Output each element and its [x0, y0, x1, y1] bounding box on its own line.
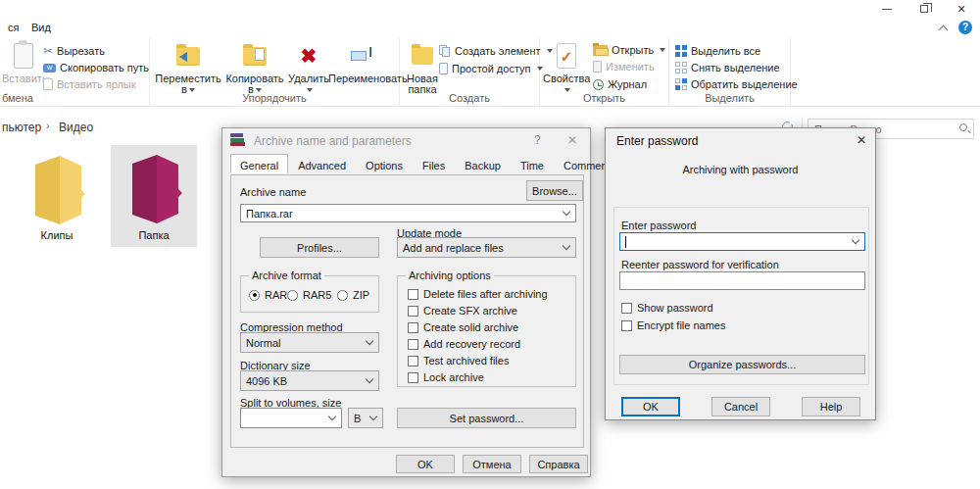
- winrar-help-icon[interactable]: ?: [534, 133, 541, 147]
- breadcrumb-computer[interactable]: пьютер: [2, 121, 41, 134]
- path-icon: W: [43, 64, 56, 73]
- password-ok-button[interactable]: OK: [621, 397, 680, 416]
- close-button[interactable]: ✕: [943, 0, 980, 18]
- radio-rar5[interactable]: RAR5: [287, 289, 331, 301]
- edit-button[interactable]: Изменить: [593, 60, 655, 73]
- properties-button[interactable]: ✓ Свойства: [543, 41, 590, 95]
- clipboard-icon: [14, 43, 33, 69]
- tab-backup[interactable]: Backup: [455, 156, 511, 175]
- checkbox-icon: [408, 372, 418, 383]
- ribbon-group-clipboard: Вставить ✂ Вырезать W Скопировать путь В…: [0, 37, 150, 106]
- profiles-button[interactable]: Profiles...: [260, 237, 379, 258]
- help-icon[interactable]: ?: [958, 21, 972, 34]
- reenter-password-input[interactable]: [619, 271, 865, 290]
- winrar-cancel-button[interactable]: Отмена: [463, 455, 521, 473]
- tab-general[interactable]: General: [230, 154, 288, 173]
- copy-path-button[interactable]: W Скопировать путь: [43, 61, 149, 74]
- winrar-help-button[interactable]: Справка: [529, 455, 588, 473]
- password-close-icon[interactable]: ✕: [857, 133, 866, 147]
- clipboard-small-icon: [43, 78, 53, 90]
- ribbon-group-select: Выделить все Снять выделение Обратить вы…: [669, 37, 791, 106]
- breadcrumb-separator: ›: [46, 120, 50, 131]
- select-all-button[interactable]: Выделить все: [675, 44, 760, 58]
- paste-button[interactable]: Вставить: [2, 41, 45, 84]
- winrar-dialog: Archive name and parameters ? ✕ General …: [221, 127, 591, 477]
- explorer-titlebar: ✕: [0, 0, 980, 18]
- new-folder-icon: [412, 47, 433, 65]
- password-subtitle: Archiving with password: [606, 164, 875, 175]
- checkbox-icon: [621, 320, 632, 331]
- tab-files[interactable]: Files: [413, 156, 455, 175]
- minimize-button[interactable]: [868, 0, 906, 18]
- checkbox-create-sfx[interactable]: Create SFX archive: [408, 305, 517, 317]
- open-button[interactable]: Открыть: [593, 43, 665, 57]
- collapse-ribbon-icon[interactable]: [939, 25, 949, 35]
- radio-icon: [249, 290, 260, 301]
- archive-name-combobox[interactable]: Папка.rar: [240, 204, 576, 222]
- winrar-titlebar[interactable]: Archive name and parameters ? ✕: [222, 128, 590, 152]
- dictionary-combobox[interactable]: 4096 KB: [240, 370, 379, 391]
- checkbox-delete-files[interactable]: Delete files after archiving: [408, 288, 548, 300]
- breadcrumb-video[interactable]: Видео: [59, 121, 93, 134]
- checkbox-show-password[interactable]: Show password: [621, 302, 713, 314]
- archiving-options-label: Archiving options: [406, 269, 494, 281]
- copy-to-folder-icon: [243, 47, 267, 66]
- easy-access-button[interactable]: Простой доступ: [439, 62, 543, 75]
- paste-shortcut-button[interactable]: Вставить ярлык: [43, 77, 136, 91]
- move-to-button[interactable]: Переместить в: [155, 41, 221, 95]
- checkbox-icon: [408, 322, 418, 333]
- tab-options[interactable]: Options: [356, 156, 413, 175]
- tab-time[interactable]: Time: [511, 156, 554, 175]
- checkbox-lock-archive[interactable]: Lock archive: [408, 371, 484, 383]
- folder-tile-klipy[interactable]: Клипы: [12, 147, 102, 247]
- checkbox-test-files[interactable]: Test archived files: [408, 355, 509, 367]
- split-volumes-combobox[interactable]: [240, 408, 342, 428]
- rename-button[interactable]: I Переименовать: [328, 41, 399, 84]
- checkbox-encrypt-names[interactable]: Encrypt file names: [621, 319, 725, 331]
- password-titlebar[interactable]: Enter password ✕: [606, 128, 875, 152]
- split-unit-combobox[interactable]: B: [348, 408, 383, 428]
- archiving-options-group: Archiving options Delete files after arc…: [397, 275, 576, 387]
- radio-zip[interactable]: ZIP: [337, 289, 369, 301]
- cut-button[interactable]: ✂ Вырезать: [43, 44, 105, 58]
- maximize-button[interactable]: [906, 0, 943, 18]
- select-all-icon: [675, 45, 687, 57]
- delete-icon: ✖: [301, 46, 318, 66]
- radio-icon: [287, 290, 298, 301]
- new-item-button[interactable]: Создать элемент: [439, 44, 553, 58]
- winrar-icon: [230, 133, 247, 147]
- new-folder-button[interactable]: Новая папка: [403, 41, 442, 95]
- set-password-button[interactable]: Set password...: [397, 408, 576, 428]
- invert-selection-button[interactable]: Обратить выделение: [675, 77, 798, 91]
- delete-button[interactable]: ✖ Удалить: [285, 41, 332, 95]
- ribbon-group-create: Новая папка Создать элемент Простой дост…: [400, 37, 540, 106]
- radio-rar[interactable]: RAR: [249, 289, 287, 301]
- edit-icon: [593, 61, 602, 73]
- history-clock-icon: [593, 79, 604, 90]
- archive-format-group: Archive format RAR RAR5 ZIP: [240, 275, 379, 313]
- chevron-down-icon: [366, 374, 373, 382]
- organize-passwords-button[interactable]: Organize passwords...: [619, 355, 865, 374]
- text-cursor: [625, 236, 626, 248]
- copy-to-button[interactable]: Копировать в: [222, 41, 287, 95]
- select-none-button[interactable]: Снять выделение: [675, 61, 780, 74]
- archive-name-label: Archive name: [240, 186, 306, 198]
- folder-tile-papka[interactable]: Папка: [111, 145, 197, 247]
- enter-password-label: Enter password: [621, 220, 696, 231]
- tab-advanced[interactable]: Advanced: [288, 156, 356, 175]
- winrar-ok-button[interactable]: OK: [396, 455, 455, 473]
- update-mode-combobox[interactable]: Add and replace files: [397, 237, 576, 258]
- browse-button[interactable]: Browse...: [526, 180, 583, 201]
- new-item-icon: [439, 45, 451, 57]
- rename-icon: I: [351, 48, 376, 64]
- password-cancel-button[interactable]: Cancel: [711, 397, 770, 416]
- checkbox-create-solid[interactable]: Create solid archive: [408, 321, 518, 333]
- winrar-close-icon[interactable]: ✕: [567, 133, 577, 147]
- tab-view[interactable]: Вид: [31, 22, 51, 33]
- enter-password-combobox[interactable]: [619, 232, 865, 251]
- checkbox-recovery-record[interactable]: Add recovery record: [408, 338, 520, 350]
- history-button[interactable]: Журнал: [593, 77, 647, 91]
- password-help-button[interactable]: Help: [802, 397, 860, 416]
- compression-combobox[interactable]: Normal: [240, 332, 379, 353]
- tab-share-partial[interactable]: ся: [8, 22, 19, 33]
